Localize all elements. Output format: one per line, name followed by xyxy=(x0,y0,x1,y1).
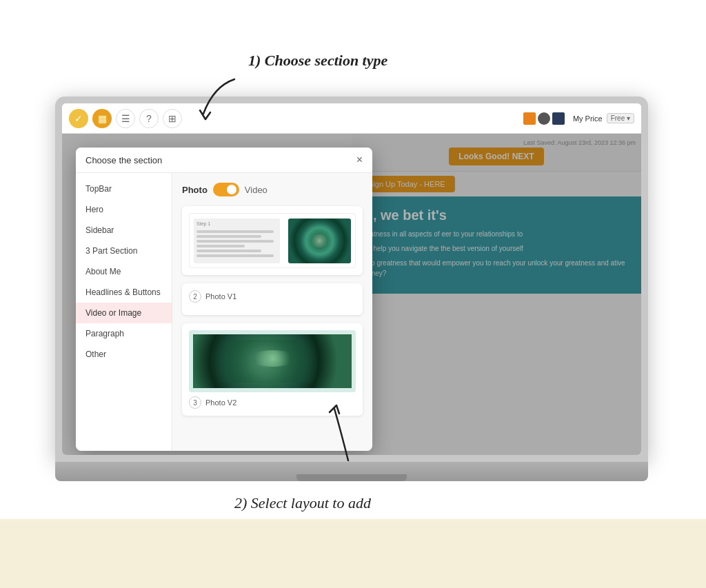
swatch-circle-dark xyxy=(538,112,550,125)
layout-card-3-preview xyxy=(189,330,356,392)
section-list: TopBar Hero Sidebar 3 Part Section About… xyxy=(76,173,172,451)
text-line xyxy=(196,245,245,247)
section-item-videoorimage[interactable]: Video or Image xyxy=(76,303,172,323)
swirl-image-1 xyxy=(288,219,351,263)
text-line xyxy=(196,254,274,257)
section-item-aboutme[interactable]: About Me xyxy=(76,261,172,282)
section-item-paragraph[interactable]: Paragraph xyxy=(76,323,172,344)
price-label: My Price xyxy=(573,114,603,123)
toggle-slider xyxy=(213,183,239,196)
arrow-2-icon xyxy=(317,398,379,467)
annotation-1-text: 1) Choose section type xyxy=(248,52,387,69)
toggle-video-label: Video xyxy=(245,185,268,195)
layout-number-2: 2 xyxy=(189,290,201,303)
text-line xyxy=(196,240,274,243)
arrow-1-icon xyxy=(186,72,255,128)
text-line xyxy=(196,235,261,238)
color-swatches xyxy=(523,112,565,125)
dialog-title: Choose the section xyxy=(85,155,162,165)
layout-number-3: 3 xyxy=(189,396,201,409)
layout-card-1-text: Step 1 xyxy=(194,219,280,263)
swatch-navy xyxy=(552,112,565,125)
page-wrapper: 1) Choose section type ✓ ▦ ☰ ? ⊞ xyxy=(0,14,706,588)
free-badge[interactable]: Free ▾ xyxy=(607,113,634,123)
toolbar-grid-icon[interactable]: ⊞ xyxy=(163,109,182,128)
annotation-1: 1) Choose section type xyxy=(248,52,387,70)
toolbar-list-icon[interactable]: ☰ xyxy=(116,109,135,128)
layout-card-2[interactable]: 2 Photo V1 xyxy=(182,283,363,315)
toolbar-help-icon[interactable]: ? xyxy=(139,109,159,128)
section-item-topbar[interactable]: TopBar xyxy=(76,179,172,199)
toolbar-page-icon[interactable]: ▦ xyxy=(92,109,112,128)
step-label: Step 1 xyxy=(196,221,277,226)
section-item-hero[interactable]: Hero xyxy=(76,199,172,220)
dialog-header: Choose the section × xyxy=(76,148,372,173)
text-line xyxy=(196,250,261,252)
layout-card-1-image xyxy=(288,219,351,263)
layout-card-1[interactable]: Step 1 xyxy=(182,206,363,275)
annotation-2-text: 2) Select layout to add xyxy=(234,494,371,511)
section-item-sidebar[interactable]: Sidebar xyxy=(76,220,172,241)
swatch-orange xyxy=(523,112,536,125)
section-item-headlines[interactable]: Headlines & Buttons xyxy=(76,282,172,303)
photo-video-toggle[interactable] xyxy=(213,183,239,196)
toggle-row: Photo Video xyxy=(182,183,363,196)
section-item-other[interactable]: Other xyxy=(76,344,172,365)
toolbar: ✓ ▦ ☰ ? ⊞ My Price Free ▾ xyxy=(62,103,641,134)
annotation-2: 2) Select layout to add xyxy=(234,494,371,512)
swirl-image-3 xyxy=(193,334,352,388)
layout-card-2-header: 2 Photo V1 xyxy=(189,290,356,303)
layout-card-1-preview: Step 1 xyxy=(189,213,356,268)
section-item-3part[interactable]: 3 Part Section xyxy=(76,241,172,261)
dialog-close-button[interactable]: × xyxy=(356,154,363,165)
layout-name-3: Photo V2 xyxy=(205,398,236,407)
layout-name-2: Photo V1 xyxy=(205,292,236,301)
text-line xyxy=(196,230,274,233)
bottom-cream-strip xyxy=(0,519,706,588)
toolbar-check-icon[interactable]: ✓ xyxy=(69,109,88,128)
toggle-photo-label: Photo xyxy=(182,185,208,195)
